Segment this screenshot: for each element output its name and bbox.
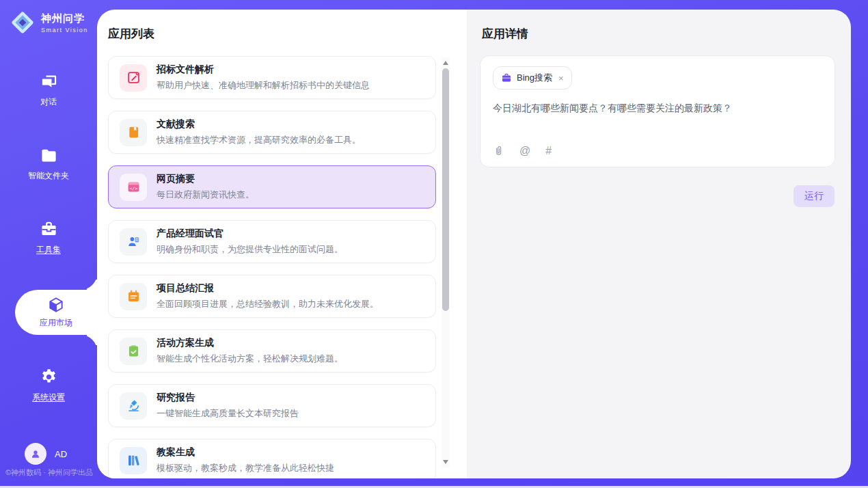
app-list: 招标文件解析 帮助用户快速、准确地理解和解析招标书中的关键信息 文献搜索 快速精…	[108, 56, 436, 478]
app-icon-tile	[120, 119, 147, 146]
app-card-description: 明确身份和职责，为您提供专业性的面试问题。	[157, 243, 343, 256]
app-card-description: 全面回顾项目进展，总结经验教训，助力未来优化发展。	[157, 298, 379, 310]
app-card-title: 产品经理面试官	[157, 228, 343, 240]
app-icon-tile	[120, 338, 147, 365]
sidebar-item-market-active[interactable]: 应用市场	[15, 290, 97, 335]
app-card-description: 快速精准查找学术资源，提高研究效率的必备工具。	[157, 134, 361, 146]
hash-icon[interactable]: #	[545, 146, 552, 157]
gear-icon	[40, 368, 58, 386]
app-card[interactable]: 教案生成 模板驱动，教案秒成，教学准备从此轻松快捷	[108, 439, 436, 478]
pen-square-icon	[126, 70, 141, 85]
folder-icon	[40, 146, 58, 165]
tool-chip-label: Bing搜索	[517, 72, 552, 84]
sidebar-item-chat[interactable]: 对话	[0, 72, 97, 108]
sidebar-item-label: 工具集	[36, 244, 61, 256]
app-card-selected[interactable]: </> 网页摘要 每日政府新闻资讯快查。	[108, 165, 436, 208]
briefcase-icon	[501, 72, 512, 83]
close-icon[interactable]: ×	[558, 74, 564, 83]
app-card-description: 智能生成个性化活动方案，轻松解决规划难题。	[157, 353, 343, 365]
scroll-down-arrow-icon[interactable]	[443, 460, 448, 464]
at-icon[interactable]: @	[519, 146, 530, 157]
app-icon-tile	[120, 392, 147, 420]
sidebar-item-settings[interactable]: 系统设置	[0, 368, 97, 403]
sidebar-item-label: 对话	[40, 96, 57, 108]
calendar-icon	[126, 289, 141, 303]
app-card-title: 教案生成	[157, 446, 334, 459]
app-detail-panel: 应用详情 Bing搜索 × 今日湖北有哪些新闻要点？有哪些需要关注的最新政策？ …	[467, 10, 851, 478]
sidebar-item-label: 智能文件夹	[28, 170, 69, 182]
browser-code-icon: </>	[126, 180, 141, 194]
scroll-up-arrow-icon[interactable]	[443, 61, 448, 65]
book-icon	[126, 125, 141, 139]
app-icon-tile: </>	[120, 174, 147, 201]
copyright-footer: ©神州数码 · 神州问学出品	[5, 467, 93, 478]
content-area: 应用列表 招标文件解析 帮助用户快速、准确地理解和解析招标书中的关键信息 文献搜…	[97, 10, 851, 478]
chat-icon	[40, 72, 58, 91]
svg-text:</>: </>	[129, 186, 137, 191]
paperclip-icon[interactable]	[493, 145, 504, 157]
sidebar: 神州问学 Smart Vision 对话 智能文件夹 工具集 应用市场 系统设置…	[0, 0, 97, 486]
app-icon-tile	[120, 64, 147, 92]
app-card[interactable]: 文献搜索 快速精准查找学术资源，提高研究效率的必备工具。	[108, 111, 436, 154]
brand-title: 神州问学	[41, 12, 88, 25]
app-card[interactable]: 活动方案生成 智能生成个性化活动方案，轻松解决规划难题。	[108, 329, 436, 372]
tool-chip-bing-search[interactable]: Bing搜索 ×	[493, 66, 572, 90]
user-account[interactable]: AD	[25, 443, 67, 465]
app-list-panel: 应用列表 招标文件解析 帮助用户快速、准确地理解和解析招标书中的关键信息 文献搜…	[97, 10, 467, 478]
app-card-title: 研究报告	[157, 392, 299, 404]
sidebar-item-folders[interactable]: 智能文件夹	[0, 146, 97, 182]
app-card-title: 网页摘要	[157, 173, 254, 185]
app-card-title: 招标文件解析	[157, 64, 370, 76]
books-icon	[126, 453, 141, 467]
sidebar-item-label: 应用市场	[40, 317, 72, 329]
app-card[interactable]: 招标文件解析 帮助用户快速、准确地理解和解析招标书中的关键信息	[108, 56, 436, 99]
brand: 神州问学 Smart Vision	[10, 10, 88, 36]
app-detail-title: 应用详情	[482, 26, 528, 42]
app-card-title: 活动方案生成	[157, 337, 343, 349]
sidebar-item-tools[interactable]: 工具集	[0, 220, 97, 256]
run-button[interactable]: 运行	[794, 185, 835, 207]
app-card-title: 项目总结汇报	[157, 282, 379, 295]
clipboard-check-icon	[126, 344, 141, 358]
user-label: AD	[55, 449, 67, 459]
app-card-description: 一键智能生成高质量长文本研究报告	[157, 407, 299, 420]
app-card-description: 帮助用户快速、准确地理解和解析招标书中的关键信息	[157, 79, 370, 92]
toolbox-icon	[40, 220, 58, 239]
app-card[interactable]: 项目总结汇报 全面回顾项目进展，总结经验教训，助力未来优化发展。	[108, 275, 436, 318]
input-toolbar: @ #	[493, 145, 822, 157]
app-icon-tile	[120, 283, 147, 310]
user-icon	[29, 448, 42, 460]
app-icon-tile	[120, 228, 147, 256]
person-doc-icon	[126, 234, 141, 249]
prompt-input[interactable]: 今日湖北有哪些新闻要点？有哪些需要关注的最新政策？	[493, 101, 822, 116]
app-background: 神州问学 Smart Vision 对话 智能文件夹 工具集 应用市场 系统设置…	[0, 0, 868, 488]
avatar	[25, 443, 46, 465]
app-list-scrollbar[interactable]	[442, 57, 450, 467]
prompt-card: Bing搜索 × 今日湖北有哪些新闻要点？有哪些需要关注的最新政策？ @ #	[480, 55, 835, 167]
brand-subtitle: Smart Vision	[41, 27, 88, 33]
app-card[interactable]: 研究报告 一键智能生成高质量长文本研究报告	[108, 384, 436, 427]
scrollbar-thumb[interactable]	[442, 68, 449, 311]
brand-logo-diamond-icon	[10, 10, 36, 36]
app-card-description: 模板驱动，教案秒成，教学准备从此轻松快捷	[157, 462, 334, 474]
app-icon-tile	[120, 447, 147, 474]
sidebar-item-label: 系统设置	[32, 392, 65, 403]
app-list-title: 应用列表	[108, 26, 154, 42]
cube-icon	[47, 296, 65, 314]
app-card[interactable]: 产品经理面试官 明确身份和职责，为您提供专业性的面试问题。	[108, 220, 436, 263]
app-card-description: 每日政府新闻资讯快查。	[157, 189, 254, 201]
microscope-icon	[126, 398, 141, 413]
app-card-title: 文献搜索	[157, 118, 361, 131]
